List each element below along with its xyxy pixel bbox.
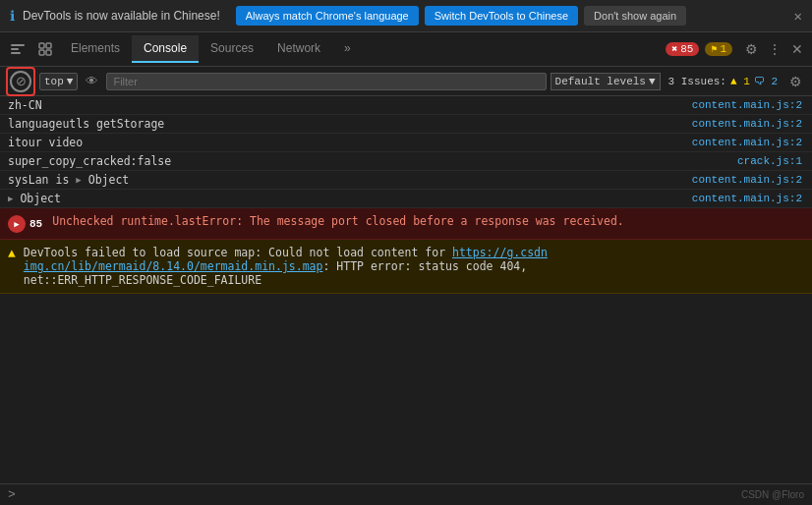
log-row: super_copy_cracked:false crack.js:1	[0, 152, 812, 171]
tab-sources[interactable]: Sources	[199, 35, 265, 63]
issues-info-count: 🗨 2	[754, 75, 778, 87]
warning-flag-icon: ⚑	[711, 43, 717, 55]
warning-triangle-icon: ▲	[8, 247, 16, 261]
console-toolbar: ⊘ top ▼ 👁 Default levels ▼ 3 Issues: ▲ 1…	[0, 67, 812, 96]
tab-elements[interactable]: Elements	[59, 35, 132, 63]
svg-rect-3	[39, 43, 44, 48]
log-row: languageutls getStorage content.main.js:…	[0, 115, 812, 134]
log-text: itour video	[8, 136, 83, 149]
log-text: languageutls getStorage	[8, 117, 164, 131]
log-row: zh-CN content.main.js:2	[0, 96, 812, 115]
context-selector[interactable]: top ▼	[39, 73, 78, 90]
always-match-button[interactable]: Always match Chrome's language	[236, 6, 419, 26]
eye-icon: 👁	[86, 74, 98, 88]
tab-badges: ✖ 85 ⚑ 1	[666, 42, 740, 56]
svg-rect-1	[11, 48, 19, 50]
log-text: super_copy_cracked:false	[8, 154, 171, 168]
warning-link[interactable]: https://g.csdnimg.cn/lib/mermaid/8.14.0/…	[24, 246, 548, 273]
console-content: zh-CN content.main.js:2 languageutls get…	[0, 96, 812, 483]
error-x-icon: ✖	[671, 43, 677, 55]
inspect-icon-btn[interactable]	[31, 37, 59, 61]
issues-badge: 3 Issues: ▲ 1 🗨 2	[665, 75, 782, 87]
error-row: ▶ 85 Unchecked runtime.lastError: The me…	[0, 208, 812, 240]
svg-rect-4	[46, 43, 51, 48]
log-text: sysLan is ▶ Object	[8, 173, 129, 187]
tab-console[interactable]: Console	[132, 35, 199, 63]
clear-console-button[interactable]: ⊘	[10, 71, 31, 92]
inspect-icon	[37, 41, 53, 57]
log-text: zh-CN	[8, 98, 42, 112]
notification-actions: Always match Chrome's language Switch De…	[236, 6, 686, 26]
error-count-badge: ▶	[8, 215, 26, 233]
close-devtools-btn[interactable]: ✕	[786, 37, 808, 61]
watermark-text: CSDN @Floro	[741, 489, 804, 500]
log-link[interactable]: crack.js:1	[737, 155, 802, 167]
info-icon: ℹ	[10, 8, 15, 25]
clear-icon: ⊘	[16, 74, 27, 88]
error-content: ▶ 85 Unchecked runtime.lastError: The me…	[8, 214, 802, 233]
log-row: ▶ Object content.main.js:2	[0, 190, 812, 208]
error-badge: ✖ 85	[666, 42, 699, 56]
live-expressions-button[interactable]: 👁	[82, 72, 102, 90]
svg-rect-5	[39, 50, 44, 55]
devtools-icon	[10, 41, 26, 57]
chevron-down-icon: ▼	[649, 76, 656, 87]
filter-input[interactable]	[106, 73, 546, 90]
log-link[interactable]: content.main.js:2	[692, 118, 802, 130]
devtools-icon-btn[interactable]	[4, 37, 31, 61]
switch-to-chinese-button[interactable]: Switch DevTools to Chinese	[425, 6, 578, 26]
notification-text: DevTools is now available in Chinese!	[23, 9, 220, 23]
console-prompt-icon: >	[8, 487, 16, 502]
svg-rect-6	[46, 50, 51, 55]
log-link[interactable]: content.main.js:2	[692, 193, 802, 204]
svg-rect-0	[11, 44, 25, 46]
log-text: ▶ Object	[8, 192, 61, 205]
console-settings-button[interactable]: ⚙	[785, 72, 806, 91]
tab-bar: Elements Console Sources Network » ✖ 85 …	[0, 32, 812, 67]
triangle-right-icon: ▶	[14, 219, 19, 230]
log-link[interactable]: content.main.js:2	[692, 174, 802, 186]
chevron-down-icon: ▼	[67, 76, 74, 87]
log-link[interactable]: content.main.js:2	[692, 137, 802, 148]
error-message: Unchecked runtime.lastError: The message…	[52, 214, 802, 228]
bottom-bar: > CSDN @Floro	[0, 483, 812, 505]
settings-icon-btn[interactable]: ⚙	[740, 37, 763, 61]
devtools-window: ℹ DevTools is now available in Chinese! …	[0, 0, 812, 505]
warning-row: ▲ DevTools failed to load source map: Co…	[0, 240, 812, 294]
error-indicator: ▶ 85	[8, 214, 46, 233]
svg-rect-2	[11, 52, 21, 54]
more-options-icon-btn[interactable]: ⋮	[763, 37, 786, 61]
log-link[interactable]: content.main.js:2	[692, 99, 802, 111]
clear-button-outline: ⊘	[6, 67, 35, 96]
tab-network[interactable]: Network	[265, 35, 332, 63]
notification-bar: ℹ DevTools is now available in Chinese! …	[0, 0, 812, 32]
dont-show-button[interactable]: Don't show again	[584, 6, 686, 26]
log-row: itour video content.main.js:2	[0, 134, 812, 152]
error-count-label: 85	[29, 218, 42, 230]
close-notification-icon[interactable]: ✕	[794, 8, 802, 25]
log-row: sysLan is ▶ Object content.main.js:2	[0, 171, 812, 190]
warning-badge: ⚑ 1	[705, 42, 732, 56]
issues-warning-count: ▲ 1	[730, 76, 750, 87]
tab-more[interactable]: »	[332, 35, 363, 63]
warning-message: DevTools failed to load source map: Coul…	[24, 246, 802, 287]
console-body: ⊘ top ▼ 👁 Default levels ▼ 3 Issues: ▲ 1…	[0, 67, 812, 505]
log-levels-selector[interactable]: Default levels ▼	[551, 73, 661, 90]
